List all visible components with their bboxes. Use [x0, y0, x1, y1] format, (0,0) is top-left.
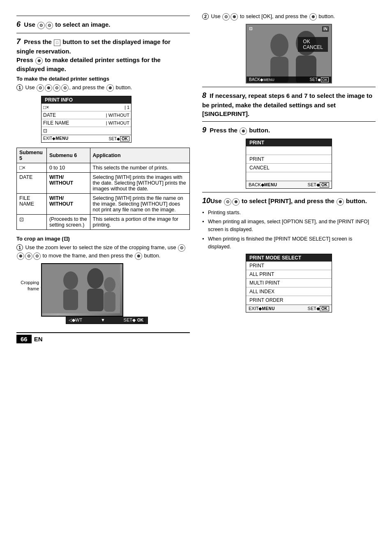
right-nav1: ⊙: [222, 13, 230, 21]
print-mode-item-multiprint: MULTI PRINT: [246, 279, 332, 287]
step10-heading: 10Use ⊙⊛ to select [PRINT], and press th…: [202, 196, 376, 206]
submenu-table: Submenu 5 Submenu 6 Application □× 0 to …: [16, 148, 190, 230]
print-mode-title: PRINT MODE SELECT: [246, 254, 332, 262]
crop-image-wrapper: Croppingframe → ◁◆WT: [41, 263, 123, 324]
col-submenu6: Submenu 6: [46, 148, 90, 163]
crop-label: Croppingframe: [18, 280, 39, 292]
svg-point-8: [270, 34, 288, 57]
print-info-row3: FILE NAME | WITHOUT: [42, 119, 131, 127]
screen-footer-right: SET◆OK: [310, 77, 329, 82]
svg-rect-7: [247, 25, 332, 83]
print-box-footer-right: SET◆OK: [308, 182, 329, 188]
row3-value: | WITHOUT: [86, 120, 129, 125]
crop-footer-sep: ▼: [101, 317, 105, 323]
footer-exit: EXIT◆MENU: [43, 136, 69, 141]
step10-nav2: ⊛: [232, 198, 240, 206]
screen-ok-cancel-menu: OK CANCEL: [298, 37, 328, 52]
step7-substep: 1 Use ⊙⊛⊙⊙, and press the ⊛ button.: [16, 83, 190, 92]
crop-image-box: [41, 263, 123, 317]
crop-section: To crop an image (⊡) 1 Use the zoom leve…: [16, 236, 190, 324]
settings-icon: ⊛: [35, 57, 43, 65]
page-footer: 66 EN: [16, 332, 190, 343]
screen-footer-left: BACK◆MENU: [249, 77, 274, 82]
screen-cancel-item: CANCEL: [303, 44, 323, 50]
print-info-row2: DATE | WITHOUT: [42, 111, 131, 119]
step9-number: 9: [202, 126, 206, 134]
step6-text: Use ⊙⊙ to select an image.: [24, 21, 110, 28]
step9-ok-icon: ⊛: [240, 127, 247, 135]
camera-screen: ⊡ IN OK CANCEL BACK◆MENU SET◆OK: [246, 24, 332, 83]
cell-sub6-1: 0 to 10: [46, 163, 90, 173]
nav-icon3: ⊙: [53, 84, 60, 92]
crop-nav4: ⊙: [33, 252, 41, 260]
print-mode-item-allindex: ALL INDEX: [246, 287, 332, 296]
cell-sub5-3: FILE NAME: [17, 194, 47, 215]
single-print-icon: □: [54, 39, 60, 46]
step8-text: If necessary, repeat steps 6 and 7 to se…: [202, 92, 372, 117]
dial-icon: ⊙: [37, 22, 45, 29]
right-nav2: ⊛: [231, 13, 238, 21]
crop-step1-circle: 1: [16, 244, 23, 251]
camera-screen-wrapper: ⊡ IN OK CANCEL BACK◆MENU SET◆OK: [246, 24, 332, 83]
print-box-footer: BACK◆MENU SET◆OK: [246, 181, 332, 188]
divider-step10: [202, 192, 376, 192]
cell-app-4: This selects a portion of the image for …: [90, 215, 189, 230]
page-number: 66: [16, 335, 32, 343]
print-mode-item-allprint: ALL PRINT: [246, 270, 332, 279]
screen-top-left: ⊡: [249, 26, 252, 31]
row2-value: | WITHOUT: [86, 113, 129, 118]
screen-ok-item: OK: [303, 39, 323, 44]
right-ok: ⊛: [309, 13, 317, 21]
print-info-row4: ⊡: [42, 127, 131, 135]
cell-sub5-2: DATE: [17, 173, 47, 194]
screen-footer: BACK◆MENU SET◆OK: [247, 76, 331, 83]
table-row: FILE NAME WITH/WITHOUT Selecting [WITH] …: [17, 194, 190, 215]
print-mode-footer-left: EXIT◆MENU: [249, 306, 275, 311]
svg-point-5: [104, 277, 115, 292]
step6-number: 6: [16, 20, 21, 28]
cell-sub6-2: WITH/WITHOUT: [46, 173, 90, 194]
svg-rect-6: [104, 292, 115, 312]
substep2-circle: 2: [202, 13, 209, 20]
page-container: 6 Use ⊙⊙ to select an image. 7 Press the…: [16, 12, 376, 343]
right-column: 2 Use ⊙⊛ to select [OK], and press the ⊛…: [202, 12, 376, 343]
table-row: ⊡ (Proceeds to the setting screen.) This…: [17, 215, 190, 230]
svg-point-3: [87, 268, 104, 289]
bullet-item: Printing starts.: [202, 209, 376, 217]
cell-app-3: Selecting [WITH] prints the file name on…: [90, 194, 189, 215]
print-box-empty: [246, 146, 332, 155]
row2-label: DATE: [43, 112, 86, 118]
svg-point-1: [63, 271, 78, 289]
print-box-empty2: [246, 172, 332, 181]
substep2-text: 2 Use ⊙⊛ to select [OK], and press the ⊛…: [202, 12, 376, 21]
step10-number: 10: [202, 197, 210, 205]
col-submenu5: Submenu 5: [17, 148, 47, 163]
crop-heading: To crop an image (⊡): [16, 236, 190, 242]
row1-label: □×: [43, 104, 86, 110]
crop-step1: 1 Use the zoom lever to select the size …: [16, 243, 190, 260]
print-info-box: PRINT INFO □× | 1 DATE | WITHOUT FILE NA…: [41, 96, 131, 143]
step7-text: Press the □ button to set the displayed …: [16, 38, 171, 72]
table-row: □× 0 to 10 This selects the number of pr…: [17, 163, 190, 173]
left-column: 6 Use ⊙⊙ to select an image. 7 Press the…: [16, 12, 190, 343]
step7-heading: 7 Press the □ button to set the displaye…: [16, 37, 190, 73]
substep1-circle: 1: [16, 84, 23, 91]
crop-footer-left: ◁◆WT: [69, 317, 82, 323]
cell-sub5-4: ⊡: [17, 215, 47, 230]
print-box-footer-left: BACK◆MENU: [249, 182, 277, 188]
cell-app-1: This selects the number of prints.: [90, 163, 189, 173]
divider-step9: [202, 121, 376, 122]
print-mode-item-printorder: PRINT ORDER: [246, 296, 332, 305]
step8-number: 8: [202, 91, 206, 100]
step8-heading: 8 If necessary, repeat steps 6 and 7 to …: [202, 90, 376, 118]
crop-footer-right: SET◆OK: [124, 317, 145, 323]
print-mode-footer: EXIT◆MENU SET◆OK: [246, 305, 332, 312]
crop-nav2: ⊛: [17, 252, 24, 260]
cell-sub6-4: (Proceeds to the setting screen.): [46, 215, 90, 230]
print-info-row1: □× | 1: [42, 104, 131, 111]
step9-text: Press the ⊛ button.: [210, 127, 270, 134]
nav-icon1: ⊙: [37, 84, 44, 92]
step10-bullets: Printing starts. When printing all image…: [202, 209, 376, 251]
crop-photo-svg: [42, 264, 120, 313]
print-info-title: PRINT INFO: [42, 96, 131, 104]
